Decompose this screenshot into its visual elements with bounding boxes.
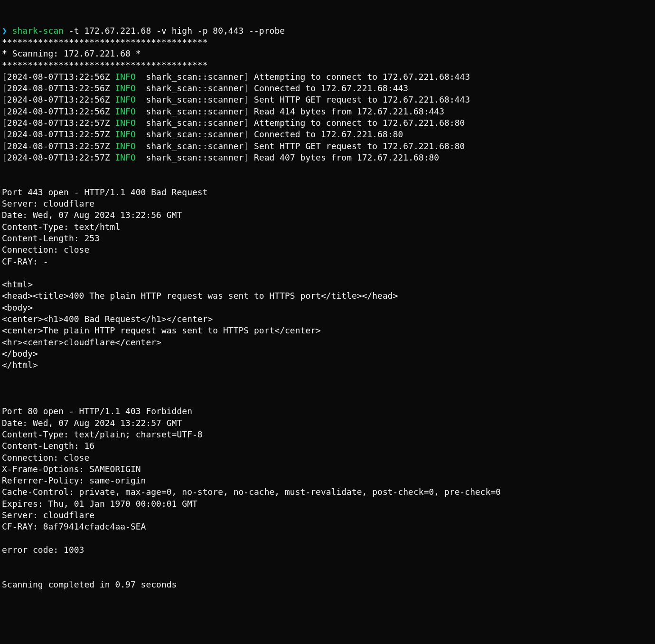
log-lines: [2024-08-07T13:22:56Z INFO shark_scan::s… [2,71,653,163]
output-line: Content-Length: 16 [2,440,653,452]
output-line: Port 443 open - HTTP/1.1 400 Bad Request [2,187,653,198]
output-line: Connection: close [2,452,653,464]
log-line: [2024-08-07T13:22:57Z INFO shark_scan::s… [2,152,653,163]
log-line: [2024-08-07T13:22:57Z INFO shark_scan::s… [2,141,653,152]
output-line: <body> [2,302,653,313]
prompt-indicator: ❯ [2,26,7,36]
results-443: Port 443 open - HTTP/1.1 400 Bad Request… [2,175,653,382]
output-line: CF-RAY: - [2,256,653,267]
output-line: Date: Wed, 07 Aug 2024 13:22:57 GMT [2,417,653,429]
command-args: -t 172.67.221.68 -v high -p 80,443 --pro… [69,26,285,36]
output-line: Content-Length: 253 [2,233,653,244]
command-name: shark-scan [12,26,64,36]
output-line: Connection: close [2,244,653,256]
output-line: Server: cloudflare [2,198,653,209]
output-line: <center><h1>400 Bad Request</h1></center… [2,313,653,325]
terminal-output[interactable]: ❯ shark-scan -t 172.67.221.68 -v high -p… [2,25,653,591]
output-line: CF-RAY: 8af79414cfadc4aa-SEA [2,521,653,532]
output-line: <html> [2,279,653,290]
output-line: <head><title>400 The plain HTTP request … [2,290,653,302]
banner-title: * Scanning: 172.67.221.68 * [2,48,141,58]
output-line: Referrer-Policy: same-origin [2,475,653,486]
output-line: <center>The plain HTTP request was sent … [2,325,653,336]
log-line: [2024-08-07T13:22:57Z INFO shark_scan::s… [2,129,653,140]
output-line: </html> [2,360,653,371]
output-line: Cache-Control: private, max-age=0, no-st… [2,486,653,498]
output-line [2,267,653,279]
output-line: X-Frame-Options: SAMEORIGIN [2,464,653,475]
banner-border-bot: **************************************** [2,60,207,70]
output-line: </body> [2,348,653,360]
footer-line: Scanning completed in 0.97 seconds [2,579,177,589]
log-line: [2024-08-07T13:22:56Z INFO shark_scan::s… [2,83,653,94]
output-line: Content-Type: text/plain; charset=UTF-8 [2,429,653,440]
output-line [2,533,653,544]
results-80: Port 80 open - HTTP/1.1 403 ForbiddenDat… [2,394,653,567]
output-line: error code: 1003 [2,544,653,556]
output-line: Date: Wed, 07 Aug 2024 13:22:56 GMT [2,209,653,221]
output-line: Server: cloudflare [2,510,653,521]
banner-border-top: **************************************** [2,37,207,47]
log-line: [2024-08-07T13:22:56Z INFO shark_scan::s… [2,94,653,105]
log-line: [2024-08-07T13:22:56Z INFO shark_scan::s… [2,71,653,83]
log-line: [2024-08-07T13:22:57Z INFO shark_scan::s… [2,117,653,129]
output-line: <hr><center>cloudflare</center> [2,337,653,348]
output-line: Content-Type: text/html [2,221,653,233]
output-line: Expires: Thu, 01 Jan 1970 00:00:01 GMT [2,498,653,510]
output-line: Port 80 open - HTTP/1.1 403 Forbidden [2,406,653,417]
log-line: [2024-08-07T13:22:56Z INFO shark_scan::s… [2,106,653,117]
